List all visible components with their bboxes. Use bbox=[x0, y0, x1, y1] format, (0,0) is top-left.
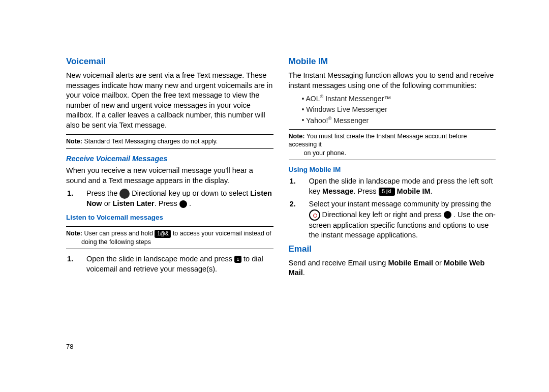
ok-key-icon bbox=[179, 200, 187, 208]
manual-page: Voicemail New voicemail alerts are sent … bbox=[0, 0, 549, 392]
message-key-label: Message bbox=[322, 187, 353, 195]
heading-voicemail: Voicemail bbox=[66, 56, 273, 68]
note-text: You must first create the Instant Messag… bbox=[289, 133, 467, 148]
email-text-part: . bbox=[303, 268, 305, 277]
left-column: Voicemail New voicemail alerts are sent … bbox=[66, 56, 273, 361]
page-number: 78 bbox=[66, 343, 73, 350]
im-step-2: 2. Select your instant message community… bbox=[301, 199, 496, 240]
note-press-hold: Note: User can press and hold 1@& to acc… bbox=[66, 226, 273, 249]
step-text: Open the slide in landscape mode and pre… bbox=[86, 255, 234, 263]
step-text: . Press bbox=[353, 187, 378, 195]
step-number: 1. bbox=[67, 189, 73, 199]
list-item: Yahoo!® Messenger bbox=[302, 115, 496, 126]
email-text-part: Send and receive Email using bbox=[289, 259, 388, 267]
heading-using-mobile-im: Using Mobile IM bbox=[289, 165, 496, 174]
step-text: . bbox=[189, 199, 191, 207]
step-number: 1. bbox=[290, 176, 296, 187]
heading-mobile-im: Mobile IM bbox=[289, 56, 496, 68]
note-text: to access your voicemail instead of bbox=[173, 230, 271, 237]
receive-steps: 1. Press the Directional key up or down … bbox=[66, 189, 273, 209]
note-text: Standard Text Messaging charges do not a… bbox=[82, 138, 218, 145]
im-step-1: 1. Open the slide in landscape mode and … bbox=[301, 176, 496, 196]
listen-steps: 1. Open the slide in landscape mode and … bbox=[66, 254, 273, 274]
aol-label: AOL bbox=[306, 95, 320, 103]
note-text-line2: on your phone. bbox=[289, 149, 496, 157]
dpad-icon bbox=[309, 209, 320, 221]
step-text: . bbox=[431, 187, 433, 195]
heading-listen-voicemail: Listen to Voicemail messages bbox=[66, 213, 273, 222]
note-label: Note: bbox=[289, 133, 305, 140]
step-number: 2. bbox=[290, 199, 296, 209]
step-text: . Press bbox=[155, 199, 179, 207]
step-number: 1. bbox=[67, 254, 73, 264]
voicemail-intro: New voicemail alerts are sent via a free… bbox=[66, 71, 273, 130]
listen-later-label: Listen Later bbox=[113, 199, 155, 207]
key-1-hold-icon: 1@& bbox=[155, 230, 171, 238]
aim-label: Instant Messenger™ bbox=[323, 95, 391, 103]
mobile-im-label: Mobile IM bbox=[397, 187, 431, 195]
directional-key-icon bbox=[119, 189, 130, 199]
list-item: AOL® Instant Messenger™ bbox=[302, 94, 496, 104]
step-text: Directional key up or down to select bbox=[132, 189, 250, 197]
mobile-im-intro: The Instant Messaging function allows yo… bbox=[289, 71, 496, 91]
listen-step-1: 1. Open the slide in landscape mode and … bbox=[78, 254, 273, 274]
list-item: Windows Live Messenger bbox=[302, 105, 496, 114]
step-text: Press the bbox=[86, 189, 119, 197]
im-communities-list: AOL® Instant Messenger™ Windows Live Mes… bbox=[289, 94, 496, 125]
note-im-account: Note: You must first create the Instant … bbox=[289, 129, 496, 160]
note-text: User can press and hold bbox=[82, 230, 155, 237]
step-text: or bbox=[102, 199, 113, 207]
yahoo-label: Yahoo! bbox=[306, 116, 328, 124]
receive-step-1: 1. Press the Directional key up or down … bbox=[78, 189, 273, 209]
note-text-charges: Note: Standard Text Messaging charges do… bbox=[66, 134, 273, 148]
receive-intro: When you receive a new voicemail message… bbox=[66, 166, 273, 186]
key-5jkl-icon: 5 jkl bbox=[379, 188, 395, 196]
step-text: Select your instant message community by… bbox=[309, 200, 492, 208]
key-1-icon: 1 bbox=[234, 256, 241, 263]
right-column: Mobile IM The Instant Messaging function… bbox=[289, 56, 496, 361]
email-text: Send and receive Email using Mobile Emai… bbox=[289, 258, 496, 278]
heading-email: Email bbox=[289, 244, 496, 255]
mobile-im-steps: 1. Open the slide in landscape mode and … bbox=[289, 176, 496, 240]
ok-key-icon bbox=[444, 211, 451, 219]
note-text-line2: doing the following steps bbox=[66, 238, 273, 246]
note-label: Note: bbox=[66, 138, 82, 145]
heading-receive-voicemail: Receive Voicemail Messages bbox=[66, 154, 273, 164]
email-text-part: or bbox=[433, 259, 444, 267]
mobile-email-label: Mobile Email bbox=[388, 259, 433, 267]
messenger-label: Messenger bbox=[331, 116, 369, 124]
note-label: Note: bbox=[66, 230, 82, 237]
step-text: Directional key left or right and press bbox=[322, 210, 444, 219]
